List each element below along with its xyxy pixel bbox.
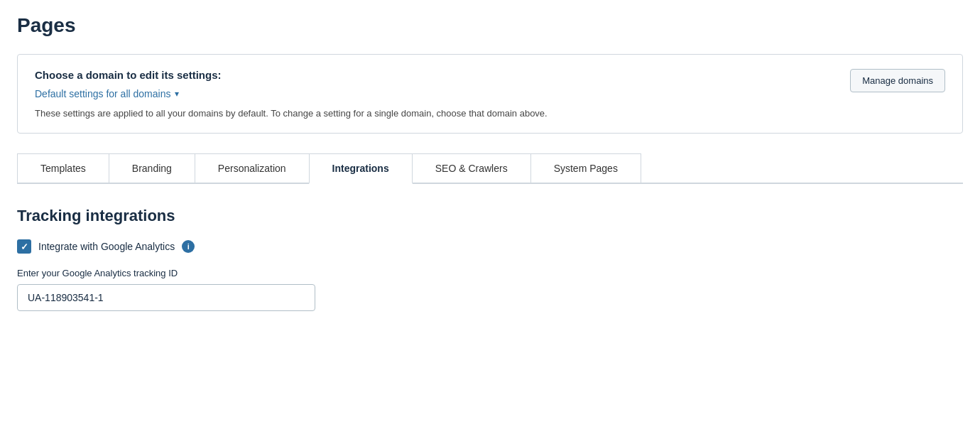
tracking-id-label: Enter your Google Analytics tracking ID [17, 268, 963, 278]
domain-description: These settings are applied to all your d… [35, 108, 548, 119]
google-analytics-checkbox[interactable]: ✓ [17, 239, 31, 254]
domain-card-content: Choose a domain to edit its settings: De… [35, 69, 548, 119]
domain-dropdown[interactable]: Default settings for all domains ▾ [35, 88, 548, 99]
tabs-container: Templates Branding Personalization Integ… [17, 153, 963, 184]
tracking-id-field-wrapper: Enter your Google Analytics tracking ID [17, 268, 963, 311]
manage-domains-button-wrapper: Manage domains [850, 69, 945, 92]
tab-templates[interactable]: Templates [17, 153, 109, 183]
manage-domains-button[interactable]: Manage domains [850, 69, 945, 92]
info-icon[interactable]: i [182, 240, 195, 253]
tracking-integrations-section: Tracking integrations ✓ Integrate with G… [17, 207, 963, 311]
tracking-id-input[interactable] [17, 284, 315, 311]
checkmark-icon: ✓ [21, 242, 28, 252]
domain-card-title: Choose a domain to edit its settings: [35, 69, 548, 81]
tab-integrations[interactable]: Integrations [309, 153, 413, 184]
google-analytics-label: Integrate with Google Analytics [38, 241, 175, 252]
page-title: Pages [17, 14, 963, 37]
tab-branding[interactable]: Branding [109, 153, 195, 183]
tab-seo-crawlers[interactable]: SEO & Crawlers [412, 153, 531, 183]
tab-system-pages[interactable]: System Pages [530, 153, 641, 183]
domain-dropdown-label: Default settings for all domains [35, 88, 170, 99]
tab-personalization[interactable]: Personalization [195, 153, 310, 183]
chevron-down-icon: ▾ [175, 89, 179, 99]
section-title: Tracking integrations [17, 207, 963, 225]
domain-card: Choose a domain to edit its settings: De… [17, 54, 963, 134]
google-analytics-row: ✓ Integrate with Google Analytics i [17, 239, 963, 254]
